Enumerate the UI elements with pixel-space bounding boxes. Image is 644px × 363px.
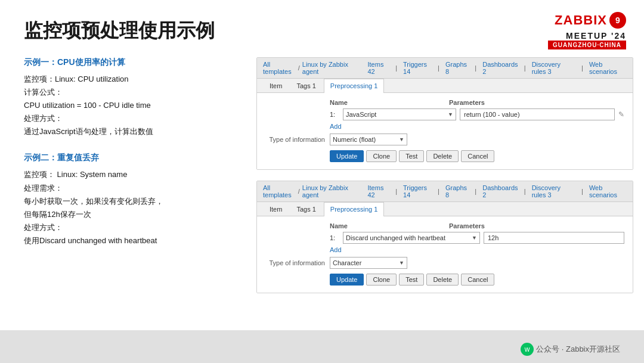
logo-brand: ZABBIX [555, 13, 607, 28]
step-num-1: 1: [330, 111, 339, 118]
btn-clone-1[interactable]: Clone [366, 150, 397, 162]
tab-preprocessing-2[interactable]: Preprocessing 1 [324, 202, 385, 216]
btn-update-1[interactable]: Update [330, 150, 364, 162]
footer-wechat: w 公众号 · Zabbix开源社区 [521, 343, 620, 356]
svg-text:w: w [524, 345, 530, 353]
breadcrumb-1: All templates / Linux by Zabbix agent It… [257, 58, 633, 79]
wechat-icon: w [521, 343, 534, 356]
tab-tags-2[interactable]: Tags 1 [290, 202, 322, 216]
page-title: 监控项预处理使用示例 [24, 18, 620, 44]
zabbix-body-1: Name Parameters 1: JavaScript ▼ return (… [257, 93, 633, 169]
tab-preprocessing-1[interactable]: Preprocessing 1 [324, 79, 385, 93]
example2-text: 监控项： Linux: System name 处理需求： 每小时获取一次，如果… [24, 168, 239, 247]
example2-title: 示例二：重复值丢弃 [24, 153, 239, 163]
right-panel: All templates / Linux by Zabbix agent It… [256, 57, 633, 293]
breadcrumb-2: All templates / Linux by Zabbix agent It… [257, 181, 633, 202]
zabbix-ui-1: All templates / Linux by Zabbix agent It… [256, 57, 633, 170]
col-params-label-2: Parameters [449, 222, 485, 229]
example1-line1: 监控项：Linux: CPU utilization [24, 73, 239, 86]
breadcrumb-triggers[interactable]: Triggers 14 [403, 61, 432, 75]
btn-test-2[interactable]: Test [399, 274, 424, 286]
main-page: ZABBIX 9 MEETUP '24 GUANGZHOU·CHINA 监控项预… [0, 0, 644, 363]
breadcrumb-items[interactable]: Items 42 [368, 61, 390, 75]
example1-title: 示例一：CPU使用率的计算 [24, 57, 239, 68]
breadcrumb-web[interactable]: Web scenarios [589, 61, 627, 75]
tab-tags-1[interactable]: Tags 1 [290, 79, 322, 92]
breadcrumb2-triggers[interactable]: Triggers 14 [403, 184, 432, 198]
footer: w 公众号 · Zabbix开源社区 [521, 343, 620, 356]
type-select-2[interactable]: Character ▼ [330, 257, 407, 269]
edit-icon-1[interactable]: ✎ [618, 110, 624, 119]
btn-row-2: Update Clone Test Delete Cancel [330, 274, 624, 286]
type-label-2: Type of information [265, 259, 325, 266]
breadcrumb2-web[interactable]: Web scenarios [589, 184, 627, 198]
step-param-1[interactable]: return (100 - value) [460, 108, 615, 120]
breadcrumb2-link-linux[interactable]: Linux by Zabbix agent [302, 184, 358, 198]
btn-update-2[interactable]: Update [330, 274, 364, 286]
btn-cancel-1[interactable]: Cancel [461, 150, 494, 162]
breadcrumb-link-alltemplates[interactable]: All templates [263, 61, 296, 75]
col-name-label-1: Name [330, 99, 449, 106]
location-badge: GUANGZHOU·CHINA [548, 41, 626, 49]
step-row-2: 1: Discard unchanged with heartbeat ▼ 12… [265, 232, 624, 244]
zabbix-logo: ZABBIX 9 [555, 12, 626, 29]
type-label-1: Type of information [265, 136, 325, 143]
btn-delete-1[interactable]: Delete [426, 150, 459, 162]
breadcrumb2-graphs[interactable]: Graphs 8 [445, 184, 469, 198]
step-param-2[interactable]: 12h [484, 232, 624, 244]
example2-block: 示例二：重复值丢弃 监控项： Linux: System name 处理需求： … [24, 153, 239, 247]
col-params-label-1: Parameters [449, 99, 485, 106]
breadcrumb2-items[interactable]: Items 42 [368, 184, 390, 198]
type-row-2: Type of information Character ▼ [265, 257, 624, 269]
btn-delete-2[interactable]: Delete [426, 274, 459, 286]
add-link-1[interactable]: Add [330, 123, 624, 130]
example1-line4: 处理方式： [24, 112, 239, 125]
example1-block: 示例一：CPU使用率的计算 监控项：Linux: CPU utilization… [24, 57, 239, 138]
btn-row-1: Update Clone Test Delete Cancel [330, 150, 624, 162]
left-panel: 示例一：CPU使用率的计算 监控项：Linux: CPU utilization… [24, 57, 239, 293]
add-link-2[interactable]: Add [330, 246, 624, 253]
btn-clone-2[interactable]: Clone [366, 274, 397, 286]
preproc-header-1: Name Parameters [265, 99, 624, 106]
example1-line2: 计算公式： [24, 86, 239, 99]
btn-cancel-2[interactable]: Cancel [461, 274, 494, 286]
btn-test-1[interactable]: Test [399, 150, 424, 162]
tab-item-2[interactable]: Item [263, 202, 289, 216]
example2-line2: 处理需求： [24, 182, 239, 195]
example2-line3: 每小时获取一次，如果没有变化则丢弃， [24, 195, 239, 208]
col-name-label-2: Name [330, 222, 449, 229]
zabbix-ui-2: All templates / Linux by Zabbix agent It… [256, 181, 633, 293]
breadcrumb-link-linux[interactable]: Linux by Zabbix agent [302, 61, 358, 75]
step-num-2: 1: [330, 234, 339, 241]
breadcrumb2-dashboards[interactable]: Dashboards 2 [482, 184, 518, 198]
logo-area: ZABBIX 9 MEETUP '24 GUANGZHOU·CHINA [548, 12, 626, 49]
type-value-1: Numeric (float) [333, 136, 376, 143]
zabbix-body-2: Name Parameters 1: Discard unchanged wit… [257, 216, 633, 293]
example2-line4: 但每隔12h保存一次 [24, 208, 239, 221]
step-row-1: 1: JavaScript ▼ return (100 - value) ✎ [265, 108, 624, 120]
step-select-1[interactable]: JavaScript ▼ [343, 108, 456, 120]
example1-text: 监控项：Linux: CPU utilization 计算公式： CPU uti… [24, 73, 239, 138]
tabs-1: Item Tags 1 Preprocessing 1 [257, 79, 633, 93]
meetup-label: MEETUP '24 [566, 31, 626, 41]
breadcrumb-discovery[interactable]: Discovery rules 3 [532, 61, 575, 75]
breadcrumb-dashboards[interactable]: Dashboards 2 [482, 61, 518, 75]
example2-line1: 监控项： Linux: System name [24, 168, 239, 181]
preproc-header-2: Name Parameters [265, 222, 624, 229]
breadcrumb2-discovery[interactable]: Discovery rules 3 [532, 184, 575, 198]
type-value-2: Character [333, 259, 361, 266]
breadcrumb2-link-alltemplates[interactable]: All templates [263, 184, 296, 198]
logo-icon: 9 [609, 12, 626, 29]
type-select-1[interactable]: Numeric (float) ▼ [330, 134, 407, 145]
example1-line3: CPU utilization = 100 - CPU idle time [24, 99, 239, 112]
type-row-1: Type of information Numeric (float) ▼ [265, 134, 624, 145]
content-area: 示例一：CPU使用率的计算 监控项：Linux: CPU utilization… [24, 57, 620, 293]
footer-text: 公众号 · Zabbix开源社区 [536, 344, 620, 355]
step-select-2[interactable]: Discard unchanged with heartbeat ▼ [343, 232, 480, 244]
step-select-value-2: Discard unchanged with heartbeat [346, 234, 445, 241]
tab-item-1[interactable]: Item [263, 79, 289, 92]
example1-line5: 通过JavaScript语句处理，计算出数值 [24, 125, 239, 138]
example2-line5: 处理方式： [24, 221, 239, 234]
example2-line6: 使用Discard unchanged with heartbeat [24, 234, 239, 247]
breadcrumb-graphs[interactable]: Graphs 8 [445, 61, 469, 75]
